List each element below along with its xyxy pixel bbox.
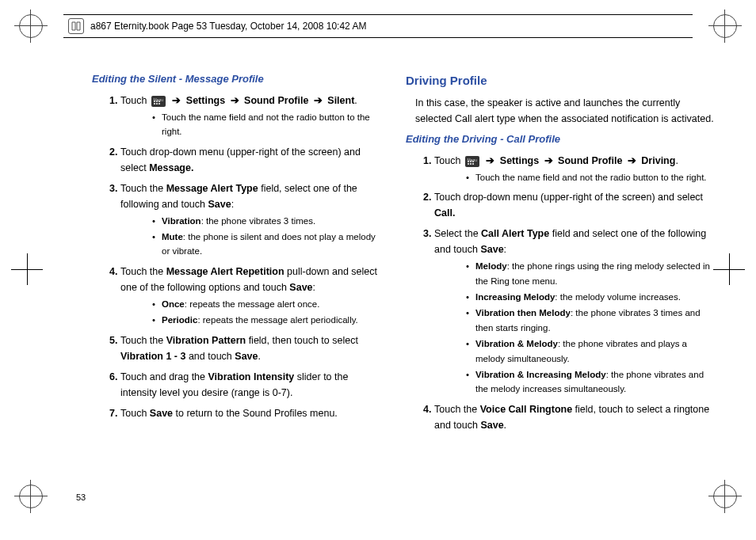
option: Mute: the phone is silent and does not p… xyxy=(152,230,382,259)
registration-mark-icon xyxy=(11,253,43,285)
step-bold: Vibration 1 - 3 xyxy=(120,351,185,362)
page-number: 53 xyxy=(76,492,86,502)
option-desc: : the phone rings using the ring melody … xyxy=(475,261,710,285)
step-text: Touch the xyxy=(120,266,166,277)
step-bold: Vibration Pattern xyxy=(166,335,246,346)
step-bold: Message Alert Type xyxy=(166,183,258,194)
step-text: to return to the Sound Profiles menu. xyxy=(173,408,338,419)
step-bold: Voice Call Ringtone xyxy=(480,404,572,415)
step-bold: Save xyxy=(480,420,503,431)
path-segment: Driving xyxy=(641,155,675,166)
option-name: Vibration & Melody xyxy=(475,339,558,348)
crop-mark-icon xyxy=(19,485,43,508)
step-2: Touch drop-down menu (upper-right of the… xyxy=(434,189,716,221)
step-text: Touch drop-down menu (upper-right of the… xyxy=(434,192,703,203)
option-desc: : the melody volume increases. xyxy=(555,292,681,302)
crop-mark-icon xyxy=(713,14,737,38)
note-text: Touch the name field and not the radio b… xyxy=(466,170,716,184)
arrow-icon: ➔ xyxy=(625,155,639,166)
section-heading: Driving Profile xyxy=(406,71,716,90)
sub-bullets: Vibration: the phone vibrates 3 times. M… xyxy=(120,214,382,259)
step-text: Touch xyxy=(120,95,147,106)
sub-bullets: Once: repeats the message alert once. Pe… xyxy=(120,297,382,328)
step-text: Touch and drag the xyxy=(120,371,208,382)
option: Vibration & Increasing Melody: the phone… xyxy=(466,367,716,397)
arrow-icon: ➔ xyxy=(483,155,497,166)
step-text: Select the xyxy=(434,228,481,239)
step-bold: Save xyxy=(208,199,231,210)
menu-icon xyxy=(151,96,166,107)
step-bold: Save xyxy=(235,351,258,362)
sub-bullets: Touch the name field and not the radio b… xyxy=(434,170,716,184)
option-desc: : repeats the message alert periodically… xyxy=(197,315,357,325)
step-text: Touch the xyxy=(434,404,480,415)
page-body: Editing the Silent - Message Profile Tou… xyxy=(71,71,716,492)
option-name: Melody xyxy=(475,261,507,271)
step-bold: Message. xyxy=(149,162,193,173)
arrow-icon: ➔ xyxy=(311,95,325,106)
book-icon xyxy=(68,18,84,34)
path-segment: Sound Profile xyxy=(558,155,622,166)
step-bold: Message Alert Repetition xyxy=(166,266,284,277)
sub-bullets: Melody: the phone rings using the ring m… xyxy=(434,259,716,397)
path-segment: Settings xyxy=(500,155,539,166)
path-segment: Sound Profile xyxy=(244,95,308,106)
step-3: Select the Call Alert Type field and sel… xyxy=(434,226,716,397)
option-name: Vibration then Melody xyxy=(475,308,571,318)
step-bold: Save xyxy=(289,282,312,293)
option-name: Once xyxy=(162,299,185,309)
step-text: field, then touch to select xyxy=(246,335,358,346)
option: Vibration & Melody: the phone vibrates a… xyxy=(466,337,716,366)
option: Increasing Melody: the melody volume inc… xyxy=(466,290,716,304)
steps-list: Touch ➔ Settings ➔ Sound Profile ➔ Drivi… xyxy=(406,153,716,433)
step-1: Touch ➔ Settings ➔ Sound Profile ➔ Silen… xyxy=(120,93,382,139)
step-6: Touch and drag the Vibration Intensity s… xyxy=(120,369,382,401)
step-text: and touch xyxy=(185,351,235,362)
sub-heading: Editing the Driving - Call Profile xyxy=(406,131,716,148)
path-segment: Silent xyxy=(327,95,354,106)
option-name: Vibration & Increasing Melody xyxy=(475,370,606,379)
left-column: Editing the Silent - Message Profile Tou… xyxy=(71,71,382,492)
option: Melody: the phone rings using the ring m… xyxy=(466,259,716,288)
step-4: Touch the Voice Call Ringtone field, tou… xyxy=(434,401,716,433)
step-text: Touch the xyxy=(120,183,166,194)
option-name: Increasing Melody xyxy=(475,292,555,302)
step-4: Touch the Message Alert Repetition pull-… xyxy=(120,264,382,328)
step-bold: Call. xyxy=(434,207,455,219)
intro-paragraph: In this case, the speaker is active and … xyxy=(415,95,716,127)
arrow-icon: ➔ xyxy=(170,95,183,106)
step-7: Touch Save to return to the Sound Profil… xyxy=(120,405,382,421)
step-bold: Call Alert Type xyxy=(481,228,549,239)
sub-bullets: Touch the name field and not the radio b… xyxy=(120,110,382,139)
menu-icon xyxy=(465,156,479,167)
section-heading: Editing the Silent - Message Profile xyxy=(92,71,382,88)
option: Vibration then Melody: the phone vibrate… xyxy=(466,306,716,335)
running-header: a867 Eternity.book Page 53 Tuesday, Octo… xyxy=(63,14,693,38)
path-segment: Settings xyxy=(186,95,225,106)
step-bold: Save xyxy=(150,408,173,419)
option-name: Vibration xyxy=(162,216,201,226)
crop-mark-icon xyxy=(713,485,737,508)
right-column: Driving Profile In this case, the speake… xyxy=(406,71,716,492)
option-name: Mute xyxy=(162,232,183,241)
header-text: a867 Eternity.book Page 53 Tuesday, Octo… xyxy=(90,21,366,32)
option: Periodic: repeats the message alert peri… xyxy=(152,313,382,327)
option-desc: : the phone vibrates 3 times. xyxy=(201,216,315,226)
arrow-icon: ➔ xyxy=(228,95,242,106)
option-desc: : the phone is silent and does not play … xyxy=(162,232,376,256)
step-3: Touch the Message Alert Type field, sele… xyxy=(120,181,382,259)
registration-mark-icon xyxy=(713,253,745,285)
option-desc: : repeats the message alert once. xyxy=(185,299,320,309)
step-text: Touch xyxy=(120,408,150,419)
step-1: Touch ➔ Settings ➔ Sound Profile ➔ Drivi… xyxy=(434,153,716,184)
step-2: Touch drop-down menu (upper-right of the… xyxy=(120,144,382,176)
option: Vibration: the phone vibrates 3 times. xyxy=(152,214,382,228)
step-bold: Save xyxy=(480,244,503,255)
crop-mark-icon xyxy=(19,14,43,38)
arrow-icon: ➔ xyxy=(542,155,556,166)
step-text: Touch the xyxy=(120,335,166,346)
option-name: Periodic xyxy=(162,315,197,325)
steps-list: Touch ➔ Settings ➔ Sound Profile ➔ Silen… xyxy=(71,93,382,421)
option: Once: repeats the message alert once. xyxy=(152,297,382,311)
step-bold: Vibration Intensity xyxy=(208,371,295,382)
